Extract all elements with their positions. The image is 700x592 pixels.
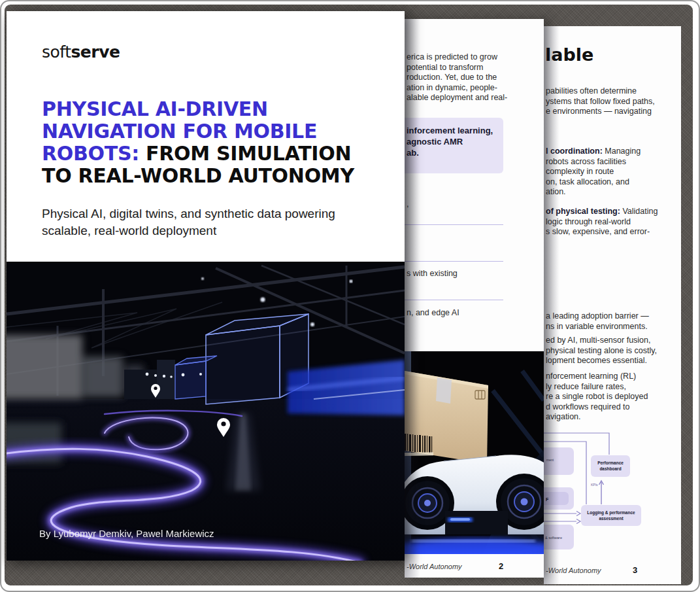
page-2-slice: erica is predicted to grow potential to … [405,19,544,578]
kpis-arrow [599,481,604,504]
diagram-left-boxes: ment F & software [544,447,574,549]
page3-adoption-paragraph: a leading adoption barrier — ns in varia… [546,311,649,332]
svg-text:Logging & performance: Logging & performance [587,510,635,515]
flow-diagram: KPIs ment F & software Performance dashb… [544,427,681,561]
page2-intro-paragraph: erica is predicted to grow potential to … [407,52,507,103]
performance-dashboard-box: Performance dashboard [591,455,630,477]
svg-text:Performance: Performance [597,461,624,465]
page2-list-fragment: n, and edge AI [407,308,459,319]
page3-bullet-physical-testing: of physical testing: Validating logic th… [546,207,658,237]
page3-heading-fragment: lable [545,44,593,65]
byline: By Lyubomyr Demkiv, Pawel Markiewicz [39,528,214,539]
page3-number: 3 [633,565,637,575]
mockup-frame: lable pabilities often determine ystems … [0,0,700,592]
warehouse-illustration [7,262,405,561]
divider [405,224,503,225]
brochure-mockup: lable pabilities often determine ystems … [0,0,700,592]
callout-box: inforcement learning, agnostic AMR ab. [405,118,503,173]
page2-number: 2 [499,561,503,571]
left-box-mid-fragment: F [546,497,549,502]
softserve-logo: softserve [42,43,120,61]
page3-footer: -World Autonomy [546,566,601,574]
page2-list-fragment: s with existing [407,269,458,279]
left-box-bottom-fragment: & software [545,536,562,540]
cover-title: PHYSICAL AI-DRIVEN NAVIGATION FOR MOBILE… [42,98,354,187]
floor-glow [405,533,544,554]
page3-ai-paragraph: ed by AI, multi-sensor fusion, physical … [546,336,657,366]
brochure-cover-page: softserve PHYSICAL AI-DRIVEN NAVIGATION … [7,11,405,561]
svg-text:assessment: assessment [599,516,624,521]
tape-patch [436,377,452,404]
cardboard-box [405,370,488,464]
left-box-top-fragment: ment [546,458,554,462]
robot-photo [405,351,544,554]
page3-intro-paragraph: pabilities often determine ystems that f… [546,86,655,117]
cover-subtitle: Physical AI, digital twins, and syntheti… [42,205,356,239]
page3-rl-paragraph: nforcement learning (RL) ly reduce failu… [546,372,648,423]
logo-text-regular: soft [42,43,71,61]
page3-bullet-coordination: l coordination: Managing robots across f… [546,147,641,198]
logo-text-bold: serve [71,43,120,61]
divider [405,261,503,262]
warehouse-hero-image: By Lyubomyr Demkiv, Pawel Markiewicz [7,262,405,561]
logging-assessment-box: Logging & performance assessment [581,505,641,526]
kpis-label: KPIs [591,483,598,487]
page-3-slice: lable pabilities often determine ystems … [544,26,681,584]
divider [405,300,503,300]
page2-text-fragment: , [407,200,408,210]
left-wheel [405,481,450,525]
page2-footer: -World Autonomy [407,563,462,570]
delivery-robot [405,455,544,534]
svg-text:dashboard: dashboard [599,466,621,471]
